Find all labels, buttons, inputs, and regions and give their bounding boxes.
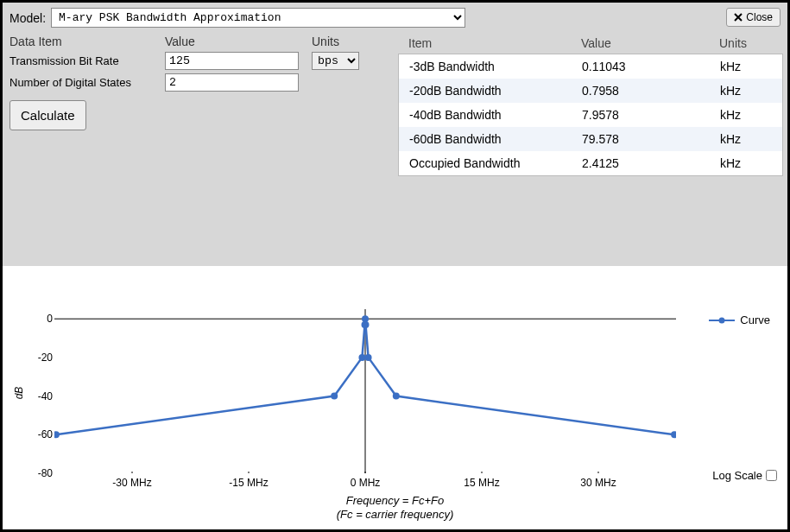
col-units: Units [312,35,389,48]
col-data-item: Data Item [9,35,165,48]
y-tick: 0 [28,313,53,325]
model-select[interactable]: M-ary PSK Bandwidth Approximation [51,8,465,28]
input-label-states: Number of Digital States [9,76,165,89]
close-icon [734,13,743,22]
svg-point-14 [393,393,400,400]
svg-point-7 [54,431,60,438]
col-value: Value [165,35,312,48]
res-col-item: Item [408,36,581,50]
x-tick: -15 MHz [229,477,268,489]
x-axis-label: Frequency = Fc+Fo [3,494,787,507]
legend: Curve [709,314,770,326]
x-tick: 15 MHz [464,477,499,489]
logscale-label: Log Scale [712,469,762,482]
svg-point-13 [365,354,372,361]
y-axis-label: dB [13,387,25,400]
y-tick: -20 [28,352,53,364]
y-tick: -80 [28,467,53,479]
logscale-checkbox[interactable] [766,470,777,481]
model-label: Model: [9,11,46,25]
states-input[interactable] [165,73,299,92]
calculate-button[interactable]: Calculate [9,100,86,130]
close-button[interactable]: Close [726,8,781,27]
table-row: Occupied Bandwidth2.4125kHz [399,151,782,175]
table-row: -3dB Bandwidth0.11043kHz [399,54,782,79]
svg-point-17 [719,317,725,323]
chart: dB 0-20-40-60-80 -30 MHz-15 MHz0 MHz15 M… [3,266,787,529]
x-tick: -30 MHz [112,477,151,489]
y-tick: -40 [28,390,53,402]
x-tick: 0 MHz [351,477,381,489]
svg-point-15 [671,431,676,438]
table-row: -20dB Bandwidth0.7958kHz [399,79,782,103]
res-col-value: Value [581,36,719,50]
table-row: -40dB Bandwidth7.9578kHz [399,103,782,127]
bitrate-units-select[interactable]: bps [312,52,359,70]
x-axis-sublabel: (Fc = carrier frequency) [3,508,787,521]
input-label-bitrate: Transmission Bit Rate [9,54,165,67]
x-tick: 30 MHz [580,477,616,489]
chart-plot [54,309,676,473]
bitrate-input[interactable] [165,52,299,70]
legend-marker-icon [709,315,735,326]
res-col-units: Units [719,36,771,50]
svg-point-12 [362,321,369,328]
svg-point-9 [358,354,365,361]
y-tick: -60 [28,428,53,440]
table-row: -60dB Bandwidth79.578kHz [399,127,782,151]
svg-point-8 [331,393,338,400]
